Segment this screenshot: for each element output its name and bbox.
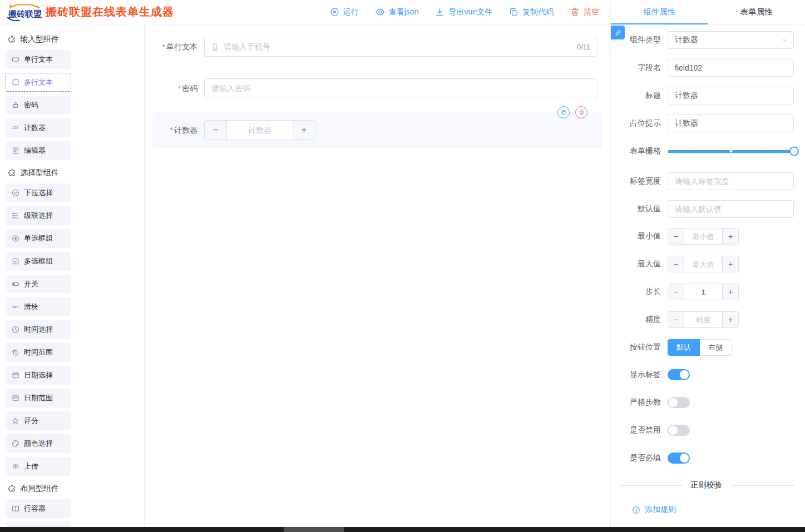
link-docs-button[interactable] bbox=[611, 26, 625, 39]
component-item-upload[interactable]: 上传 bbox=[6, 457, 71, 476]
placeholder-hint-input[interactable] bbox=[668, 115, 793, 132]
copy-code-button[interactable]: 复制代码 bbox=[509, 7, 554, 17]
copy-icon bbox=[509, 7, 518, 17]
form-field-single-line-text[interactable]: *单行文本0/11 bbox=[152, 37, 602, 57]
show-label-toggle[interactable] bbox=[668, 369, 690, 380]
increase-button[interactable]: + bbox=[722, 228, 738, 244]
view-json-button[interactable]: 查看json bbox=[376, 7, 419, 17]
max-value-input[interactable] bbox=[684, 256, 722, 272]
prop-label: 最大值 bbox=[618, 259, 661, 269]
component-item-rate[interactable]: 评分 bbox=[6, 411, 71, 430]
field-label-text: 计数器 bbox=[174, 126, 197, 135]
component-type-value[interactable] bbox=[668, 32, 781, 48]
increase-button[interactable]: + bbox=[722, 312, 738, 327]
prop-control bbox=[668, 87, 794, 105]
textarea-icon bbox=[12, 78, 19, 86]
component-item-row-container[interactable]: 行容器 bbox=[6, 499, 71, 518]
increase-button[interactable]: + bbox=[722, 256, 738, 272]
prop-row-required: 是否必填 bbox=[618, 453, 794, 464]
field-label: *密码 bbox=[157, 78, 197, 98]
component-grid: 单行文本多行文本密码123计数器编辑器 bbox=[0, 50, 144, 160]
component-item-date-picker[interactable]: 日期选择 bbox=[6, 366, 71, 385]
prop-control bbox=[668, 200, 794, 218]
disabled-toggle[interactable] bbox=[668, 425, 690, 436]
logo-swoosh bbox=[10, 4, 39, 8]
tab-form-props[interactable]: 表单属性 bbox=[708, 0, 805, 24]
password-input[interactable] bbox=[205, 79, 597, 98]
increase-button[interactable]: + bbox=[293, 121, 315, 140]
form-field-password[interactable]: *密码 bbox=[152, 78, 602, 98]
decrease-button[interactable]: − bbox=[205, 121, 227, 140]
decrease-button[interactable]: − bbox=[668, 228, 684, 244]
horizontal-scrollbar[interactable] bbox=[0, 527, 805, 532]
form-field-counter[interactable]: *计数器−+ bbox=[152, 112, 602, 148]
form-grid-slider[interactable] bbox=[668, 142, 794, 160]
component-item-time-picker[interactable]: 时间选择 bbox=[6, 320, 71, 339]
component-item-switch[interactable]: 开关 bbox=[6, 275, 71, 294]
decrease-button[interactable]: − bbox=[668, 312, 684, 327]
step-input[interactable] bbox=[684, 284, 722, 300]
component-type-select[interactable] bbox=[668, 31, 794, 49]
title-input[interactable] bbox=[668, 87, 793, 104]
component-item-counter[interactable]: 123计数器 bbox=[6, 118, 71, 137]
button-position-option-0[interactable]: 默认 bbox=[668, 339, 700, 356]
increase-button[interactable]: + bbox=[722, 284, 738, 300]
prop-label: 步长 bbox=[618, 287, 661, 297]
required-toggle[interactable] bbox=[668, 453, 690, 464]
component-item-multi-line-text[interactable]: 多行文本 bbox=[6, 73, 71, 92]
copy-field-button[interactable] bbox=[557, 106, 570, 118]
add-rule-button[interactable]: 添加规则 bbox=[632, 505, 805, 515]
scrollbar-thumb[interactable] bbox=[284, 527, 344, 532]
component-item-button[interactable]: 按钮 bbox=[6, 522, 71, 527]
component-sidebar: 输入型组件单行文本多行文本密码123计数器编辑器选择型组件下拉选择级联选择单选框… bbox=[0, 24, 145, 527]
component-item-radio-group[interactable]: 单选框组 bbox=[6, 229, 71, 248]
component-item-time-range[interactable]: 时间范围 bbox=[6, 343, 71, 362]
component-item-select[interactable]: 下拉选择 bbox=[6, 183, 71, 202]
min-value-input[interactable] bbox=[684, 228, 722, 244]
text-input-single-line-text[interactable]: 0/11 bbox=[204, 37, 597, 57]
label-width-field[interactable] bbox=[668, 172, 794, 190]
component-item-date-range[interactable]: 日期范围 bbox=[6, 389, 71, 407]
component-item-cascader[interactable]: 级联选择 bbox=[6, 206, 71, 225]
run-button[interactable]: 运行 bbox=[330, 7, 359, 17]
cascader-icon bbox=[12, 212, 19, 220]
field-control: −+ bbox=[204, 120, 597, 140]
prop-label: 占位提示 bbox=[618, 118, 661, 128]
component-item-slider[interactable]: 滑块 bbox=[6, 297, 71, 316]
strict-step-toggle[interactable] bbox=[668, 397, 690, 408]
precision-input[interactable] bbox=[684, 312, 722, 327]
component-item-color-picker[interactable]: 颜色选择 bbox=[6, 434, 71, 453]
component-item-single-line-text[interactable]: 单行文本 bbox=[6, 50, 71, 69]
slider-handle[interactable] bbox=[789, 147, 799, 156]
default-value-field[interactable] bbox=[668, 200, 794, 218]
toolbar: 运行查看json导出vue文件复制代码清空 bbox=[330, 0, 610, 24]
field-name-field[interactable] bbox=[668, 59, 794, 77]
divider-regex-validation: 正则校验 bbox=[619, 480, 794, 490]
component-item-editor[interactable]: 编辑器 bbox=[6, 141, 71, 160]
prop-row-precision: 精度−+ bbox=[618, 311, 794, 328]
export-vue-button[interactable]: 导出vue文件 bbox=[435, 7, 492, 17]
component-item-label: 时间范围 bbox=[24, 347, 53, 357]
counter-input[interactable] bbox=[227, 121, 293, 140]
button-position-option-1[interactable]: 右侧 bbox=[700, 339, 732, 356]
clear-button[interactable]: 清空 bbox=[570, 7, 599, 17]
tab-component-props[interactable]: 组件属性 bbox=[611, 0, 708, 24]
component-item-password[interactable]: 密码 bbox=[6, 96, 71, 115]
component-item-checkbox-group[interactable]: 多选框组 bbox=[6, 252, 71, 271]
decrease-button[interactable]: − bbox=[668, 256, 684, 272]
field-name-input[interactable] bbox=[668, 59, 793, 76]
download-icon bbox=[435, 7, 445, 17]
component-item-label: 计数器 bbox=[24, 123, 46, 133]
title-field[interactable] bbox=[668, 87, 794, 105]
placeholder-hint-field[interactable] bbox=[668, 115, 794, 132]
label-width-input[interactable] bbox=[668, 173, 793, 190]
number-stepper-counter: −+ bbox=[204, 120, 315, 140]
text-input-password[interactable] bbox=[204, 78, 597, 98]
delete-field-button[interactable] bbox=[575, 106, 587, 118]
component-item-label: 时间选择 bbox=[24, 325, 53, 335]
decrease-button[interactable]: − bbox=[668, 284, 684, 300]
single-line-text-input[interactable] bbox=[219, 37, 577, 56]
app-header: 搬砖联盟 搬砖联盟在线表单生成器 运行查看json导出vue文件复制代码清空 组… bbox=[0, 0, 805, 24]
default-value-input[interactable] bbox=[668, 201, 793, 217]
calendar-range-icon bbox=[12, 394, 19, 402]
